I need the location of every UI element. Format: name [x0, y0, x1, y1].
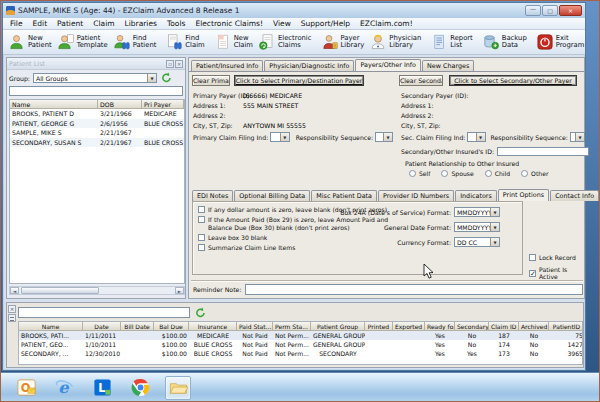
column-header-pri-payer[interactable]: Pri Payer — [142, 100, 184, 109]
menu-view[interactable]: View — [268, 19, 296, 28]
refresh-patients-icon[interactable] — [161, 72, 173, 84]
primary-resp-seq-select[interactable]: ▼ — [375, 132, 393, 142]
column-header-dob[interactable]: DOB — [98, 100, 142, 109]
chevron-down-icon[interactable]: ▼ — [575, 133, 584, 141]
patient-list-hscrollbar[interactable]: ◄ ► — [9, 286, 185, 295]
tab-physician-diagnostic-info[interactable]: Physician/Diagnostic Info — [264, 60, 354, 71]
subtab-contact-info[interactable]: Contact Info — [550, 190, 599, 201]
secondary-resp-seq-select[interactable]: ▼ — [570, 132, 585, 142]
group-select[interactable]: All Groups ▼ — [33, 73, 157, 83]
radio-self[interactable] — [409, 170, 416, 177]
menu-tools[interactable]: Tools — [162, 19, 190, 28]
payer-library-button[interactable]: PayerLibrary — [319, 31, 368, 53]
outlook-taskbar-button[interactable]: O — [13, 376, 39, 400]
chevron-down-icon[interactable]: ▼ — [490, 208, 499, 216]
flag-patient-is-active[interactable]: ✓Patient Is Active — [529, 266, 584, 281]
clear-primary-button[interactable]: Clear Primary — [192, 75, 230, 86]
subtab-edi-notes[interactable]: EDI Notes — [192, 190, 233, 201]
tab-new-charges[interactable]: New Charges — [422, 60, 474, 71]
clear-secondary-button[interactable]: Clear Secondary — [399, 75, 443, 86]
menu-edit[interactable]: Edit — [28, 19, 53, 28]
grid-column-perm-sta[interactable]: Perm Sta... — [273, 322, 311, 331]
column-header-name[interactable]: Name — [10, 100, 98, 109]
grid-column-ready-fo[interactable]: Ready fo... — [425, 322, 455, 331]
internet-explorer-taskbar-button[interactable]: e — [51, 376, 77, 400]
minimize-button[interactable]: — — [525, 5, 541, 16]
find-patient-button[interactable]: FindPatient — [111, 31, 160, 53]
grid-column-secondary[interactable]: Secondary — [455, 322, 489, 331]
format-select-dd-cc[interactable]: DD CC▼ — [454, 237, 500, 247]
secondary-filing-ind-select[interactable]: ▼ — [467, 132, 485, 142]
maximize-button[interactable]: ▢ — [542, 5, 558, 16]
backup-data-button[interactable]: BackupData — [480, 31, 530, 53]
menu-libraries[interactable]: Libraries — [120, 19, 162, 28]
chrome-taskbar-button[interactable] — [127, 376, 153, 400]
checkbox-if-any-dollar-amount-is-[interactable] — [198, 206, 205, 213]
chevron-down-icon[interactable]: ▼ — [490, 238, 499, 246]
menu-support-help[interactable]: Support/Help — [296, 19, 355, 28]
menu-file[interactable]: File — [5, 19, 28, 28]
relationship-option-other[interactable]: Other — [521, 170, 548, 178]
grid-column-archived[interactable]: Archived — [519, 322, 549, 331]
new-claim-button[interactable]: NewClaim — [212, 31, 256, 53]
patient-row[interactable]: PATIENT, GEORGE G2/6/1956BLUE CROSS — [10, 119, 184, 129]
subtab-print-options[interactable]: Print Options — [498, 189, 549, 201]
grid-column-patient-group[interactable]: Patient Group — [311, 322, 365, 331]
grid-column-insurance[interactable]: Insurance — [189, 322, 237, 331]
menu-ezclaim-com[interactable]: EZClaim.com! — [355, 19, 418, 28]
scroll-thumb[interactable] — [21, 287, 99, 294]
claims-search-input[interactable] — [18, 307, 190, 318]
grid-column-name[interactable]: Name — [19, 322, 83, 331]
radio-other[interactable] — [521, 170, 528, 177]
format-select-mmddyyyy[interactable]: MMDDYYYY▼ — [454, 222, 500, 232]
claim-row[interactable]: PATIENT, GEO...1/10/2011$100.00BLUE CROS… — [19, 340, 582, 349]
subtab-misc-patient-data[interactable]: Misc Patient Data — [311, 190, 377, 201]
subtab-provider-id-numbers[interactable]: Provider ID Numbers — [378, 190, 454, 201]
menu-patient[interactable]: Patient — [52, 19, 88, 28]
relationship-option-self[interactable]: Self — [409, 170, 430, 178]
select-primary-payer-button[interactable]: Click to Select Primary/Destination Paye… — [234, 75, 364, 86]
close-panel-icon[interactable]: × — [175, 60, 183, 68]
scroll-right-icon[interactable]: ► — [175, 287, 184, 294]
grid-column-paid-stat[interactable]: Paid Stat... — [237, 322, 273, 331]
grid-column-patientid[interactable]: PatientID — [549, 322, 583, 331]
file-explorer-taskbar-button[interactable] — [165, 376, 191, 400]
scroll-left-icon[interactable]: ◄ — [10, 287, 19, 294]
grid-column-claim-id[interactable]: Claim ID — [489, 322, 519, 331]
patient-row[interactable]: SAMPLE, MIKE S2/21/1967 — [10, 128, 184, 138]
menu-claim[interactable]: Claim — [88, 19, 119, 28]
exit-program-button[interactable]: ExitProgram — [534, 31, 588, 53]
checkbox-if-the-amount-paid-box-2[interactable] — [198, 216, 205, 223]
claim-row[interactable]: SECONDARY, ...12/30/2010$100.00BLUE CROS… — [19, 349, 582, 358]
close-button[interactable]: × — [559, 5, 582, 16]
electronic-claims-button[interactable]: ElectronicClaims — [256, 31, 315, 53]
grid-column-bal-due[interactable]: Bal Due — [154, 322, 189, 331]
checkbox-patient-is-active[interactable]: ✓ — [529, 270, 536, 277]
refresh-claims-icon[interactable] — [195, 307, 207, 319]
close-grid-icon[interactable]: × — [8, 305, 16, 313]
radio-child[interactable] — [485, 170, 492, 177]
new-patient-button[interactable]: NewPatient — [6, 31, 55, 53]
chevron-down-icon[interactable]: ▼ — [147, 74, 156, 82]
relationship-option-spouse[interactable]: Spouse — [441, 170, 473, 178]
other-insured-id-input[interactable] — [497, 147, 589, 156]
flag-lock-record[interactable]: Lock Record — [529, 254, 584, 262]
tab-payers-other-info[interactable]: Payers/Other Info — [355, 59, 421, 71]
patient-template-button[interactable]: PatientTemplate — [55, 31, 111, 53]
report-list-button[interactable]: ReportList — [428, 31, 476, 53]
checkbox-summarize-claim-line-ite[interactable] — [198, 244, 205, 251]
tab-patient-insured-info[interactable]: Patient/Insured Info — [191, 60, 263, 71]
select-secondary-payer-button[interactable]: Click to Select Secondary/Other Payer — [449, 75, 577, 86]
format-select-mmddyyyy[interactable]: MMDDYYYY▼ — [454, 207, 500, 217]
menu-electronic-claims[interactable]: Electronic Claims! — [190, 19, 268, 28]
reminder-note-input[interactable] — [245, 284, 583, 295]
checkbox-leave-box-30-blank[interactable] — [198, 234, 205, 241]
subtab-optional-billing-data[interactable]: Optional Billing Data — [234, 190, 310, 201]
grid-options-icon[interactable] — [8, 314, 16, 322]
patient-search-input[interactable] — [9, 86, 183, 96]
chevron-down-icon[interactable]: ▼ — [383, 133, 392, 141]
grid-column-bill-date[interactable]: Bill Date — [121, 322, 154, 331]
find-claim-button[interactable]: FindClaim — [163, 31, 207, 53]
checkbox-lock-record[interactable] — [529, 254, 536, 261]
claim-row[interactable]: BROOKS, PATI...1/11/2011$100.00MEDICAREN… — [19, 331, 582, 340]
